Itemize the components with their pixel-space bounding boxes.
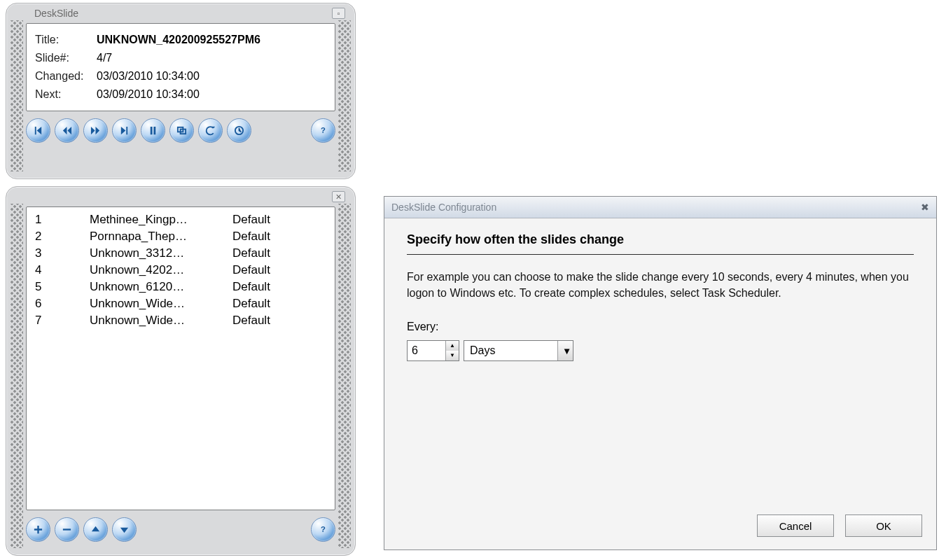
add-button[interactable] [26,517,50,542]
list-toolbar: ? [6,517,355,549]
chevron-down-icon[interactable]: ▼ [557,341,573,360]
slide-info-box: Title: UNKNOWN_420200925527PM6 Slide#: 4… [26,23,335,111]
label-title: Title: [35,34,91,46]
label-slide: Slide#: [35,52,91,64]
list-item[interactable]: 1Methinee_Kingp…Default [32,211,329,228]
deskslide-list-panel: ✕ 1Methinee_Kingp…Default 2Pornnapa_Thep… [6,186,356,556]
spin-down-icon[interactable]: ▼ [446,351,459,360]
next-button[interactable] [83,118,108,143]
pause-button[interactable] [141,118,165,143]
interval-input[interactable] [408,341,445,360]
list-item[interactable]: 2Pornnapa_Thep…Default [32,228,329,245]
undo-button[interactable] [198,118,223,143]
grip-left-2 [11,204,23,548]
grip-right-2 [338,204,351,548]
prev-button[interactable] [55,118,79,143]
close-list-button[interactable]: ✕ [332,191,345,202]
value-slide: 4/7 [97,52,326,64]
grip-right [338,20,351,172]
grip-left [11,20,23,172]
main-toolbar: ? [6,118,355,150]
config-description: For example you can choose to make the s… [407,269,914,301]
clock-button[interactable] [227,118,251,143]
list-item[interactable]: 3Unknown_3312…Default [32,245,329,262]
value-changed: 03/03/2010 10:34:00 [97,70,326,83]
main-titlebar: DeskSlide ▫ [6,4,355,20]
config-titlebar[interactable]: DeskSlide Configuration ✖ [384,197,936,218]
list-titlebar: ✕ [6,187,355,204]
ok-button[interactable]: OK [845,514,922,537]
svg-text:?: ? [321,525,326,533]
slide-list[interactable]: 1Methinee_Kingp…Default 2Pornnapa_Thep…D… [26,206,335,510]
list-item[interactable]: 5Unknown_6120…Default [32,279,329,295]
label-next: Next: [35,88,91,101]
move-down-button[interactable] [112,517,137,542]
remove-button[interactable] [55,517,79,542]
interval-spinbox[interactable]: ▲ ▼ [407,340,459,361]
unit-value: Days [464,344,557,357]
move-up-button[interactable] [83,517,108,542]
every-label: Every: [407,321,914,333]
cycle-button[interactable] [169,118,194,143]
list-item[interactable]: 7Unknown_Wide…Default [32,312,329,329]
label-changed: Changed: [35,70,91,83]
minimize-button[interactable]: ▫ [332,8,345,19]
cancel-button[interactable]: Cancel [757,514,834,537]
value-title: UNKNOWN_420200925527PM6 [97,34,326,46]
last-button[interactable] [112,118,137,143]
close-icon[interactable]: ✖ [921,202,929,213]
deskslide-main-panel: DeskSlide ▫ Title: UNKNOWN_420200925527P… [6,3,356,179]
svg-text:?: ? [321,126,326,134]
config-title: DeskSlide Configuration [391,202,496,213]
config-heading: Specify how often the slides change [407,232,914,247]
first-button[interactable] [26,118,50,143]
spin-up-icon[interactable]: ▲ [446,341,459,351]
divider [407,254,914,255]
config-dialog: DeskSlide Configuration ✖ Specify how of… [384,196,937,550]
help-button[interactable]: ? [311,118,335,143]
list-item[interactable]: 6Unknown_Wide…Default [32,295,329,312]
main-window-title: DeskSlide [34,8,78,19]
value-next: 03/09/2010 10:34:00 [97,88,326,101]
unit-combobox[interactable]: Days ▼ [464,340,573,361]
help-button-2[interactable]: ? [311,517,335,542]
list-item[interactable]: 4Unknown_4202…Default [32,262,329,279]
